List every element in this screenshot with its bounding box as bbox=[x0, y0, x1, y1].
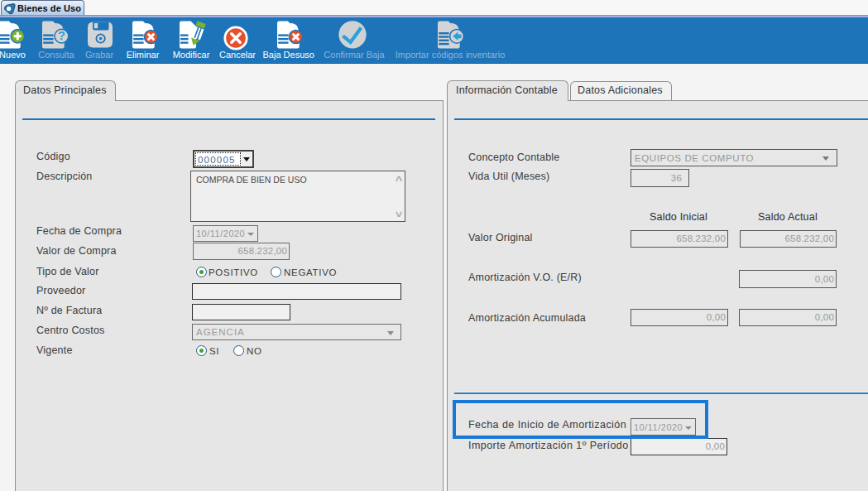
svg-text:?: ? bbox=[58, 29, 65, 42]
